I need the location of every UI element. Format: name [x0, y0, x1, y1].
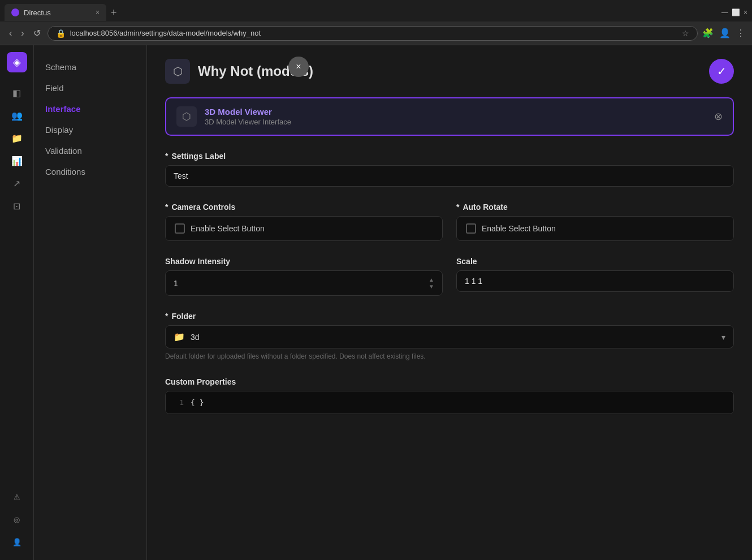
- camera-controls-col: * Camera Controls Enable Select Button: [165, 203, 443, 241]
- maximize-btn[interactable]: ⬜: [732, 8, 740, 16]
- sidebar-item-report-bug[interactable]: ⚠: [7, 486, 27, 507]
- scale-text: Scale: [456, 257, 477, 266]
- confirm-button[interactable]: ✓: [709, 59, 734, 84]
- address-bar[interactable]: 🔒 localhost:8056/admin/settings/data-mod…: [47, 26, 698, 41]
- bookmark-icon: ☆: [682, 29, 689, 38]
- modal-nav-schema[interactable]: Schema: [34, 57, 146, 77]
- scale-col: Scale 1 1 1: [456, 257, 734, 296]
- folder-hint-text: Default folder for uploaded files withou…: [165, 352, 734, 361]
- lock-icon: 🔒: [56, 29, 66, 38]
- scale-value: 1 1 1: [465, 277, 482, 286]
- scale-input[interactable]: 1 1 1: [456, 270, 734, 292]
- tab-close-btn[interactable]: ×: [96, 8, 100, 16]
- field-label: Field: [45, 83, 64, 93]
- code-line-number: 1: [172, 398, 184, 407]
- sidebar-item-user-avatar[interactable]: 👤: [7, 532, 27, 552]
- modal-nav: Schema Field Interface Display Validatio…: [34, 45, 147, 560]
- modal-nav-interface[interactable]: Interface: [34, 98, 146, 119]
- window-close-btn[interactable]: ×: [744, 8, 747, 16]
- browser-nav-icons: 🧩 👤 ⋮: [702, 28, 745, 38]
- required-asterisk: *: [165, 152, 168, 161]
- interface-card-remove-btn[interactable]: ⊗: [714, 110, 723, 123]
- arrow-down-icon[interactable]: ▼: [429, 283, 434, 290]
- required-asterisk-folder: *: [165, 312, 168, 321]
- required-asterisk-camera: *: [165, 203, 168, 212]
- sidebar-item-insights[interactable]: 📊: [7, 150, 27, 171]
- sidebar-item-content[interactable]: ◧: [7, 83, 27, 103]
- settings-label-text: Settings Label: [171, 152, 226, 161]
- browser-tab[interactable]: Directus ×: [5, 4, 106, 21]
- url-text: localhost:8056/admin/settings/data-model…: [70, 29, 677, 37]
- interface-card-text: 3D Model Viewer 3D Model Viewer Interfac…: [205, 107, 706, 126]
- camera-checkbox-label: Enable Select Button: [191, 224, 265, 233]
- auto-rotate-checkbox[interactable]: Enable Select Button: [456, 216, 734, 241]
- reload-btn[interactable]: ↺: [31, 25, 43, 41]
- camera-checkbox-box: [175, 223, 185, 234]
- shadow-intensity-input[interactable]: 1 ▲ ▼: [165, 270, 443, 296]
- checkmark-icon: ✓: [717, 64, 727, 78]
- arrow-up-icon[interactable]: ▲: [429, 277, 434, 283]
- display-label: Display: [45, 125, 73, 135]
- shadow-intensity-label: Shadow Intensity: [165, 257, 443, 266]
- two-col-shadow-scale: Shadow Intensity 1 ▲ ▼ Scale: [165, 257, 734, 296]
- interface-card-title: 3D Model Viewer: [205, 107, 706, 117]
- modal-nav-conditions[interactable]: Conditions: [34, 161, 146, 182]
- camera-controls-text: Camera Controls: [171, 203, 235, 212]
- folder-select[interactable]: 📁 3d ▾: [165, 325, 734, 348]
- folder-section: * Folder 📁 3d ▾ Default folder for uploa…: [165, 312, 734, 361]
- folder-icon: 📁: [174, 331, 185, 342]
- camera-controls-checkbox[interactable]: Enable Select Button: [165, 216, 443, 241]
- conditions-label: Conditions: [45, 167, 85, 176]
- window-controls: — ⬜ ×: [721, 8, 747, 16]
- extensions-icon[interactable]: 🧩: [702, 28, 714, 38]
- folder-label-text: Folder: [171, 312, 196, 321]
- chevron-down-icon: ▾: [721, 333, 725, 342]
- forward-btn[interactable]: ›: [19, 26, 26, 41]
- spinner-arrows: ▲ ▼: [429, 277, 434, 290]
- modal-nav-display[interactable]: Display: [34, 119, 146, 140]
- sidebar-item-request-feature[interactable]: ◎: [7, 509, 27, 529]
- custom-properties-label: Custom Properties: [165, 377, 734, 386]
- settings-label-field-label: * Settings Label: [165, 152, 734, 161]
- code-editor[interactable]: 1 { }: [165, 391, 734, 414]
- auto-rotate-checkbox-label: Enable Select Button: [482, 224, 556, 233]
- new-tab-btn[interactable]: +: [106, 7, 122, 19]
- sidebar-item-webhooks[interactable]: ↗: [7, 173, 27, 193]
- modal-nav-field[interactable]: Field: [34, 77, 146, 98]
- sidebar-item-flows[interactable]: ⊡: [7, 196, 27, 216]
- menu-icon[interactable]: ⋮: [736, 28, 745, 38]
- tab-title: Directus: [24, 8, 51, 17]
- scale-label: Scale: [456, 257, 734, 266]
- interface-card-icon: ⬡: [176, 106, 197, 127]
- minimize-btn[interactable]: —: [721, 8, 728, 16]
- camera-controls-label: * Camera Controls: [165, 203, 443, 212]
- settings-label-input[interactable]: [165, 165, 734, 187]
- schema-label: Schema: [45, 62, 76, 72]
- folder-select-value: 3d: [191, 333, 716, 342]
- custom-properties-section: Custom Properties 1 { }: [165, 377, 734, 414]
- browser-chrome: Directus × + — ⬜ × ‹ › ↺ 🔒 localhost:805…: [0, 0, 752, 45]
- settings-label-section: * Settings Label: [165, 152, 734, 187]
- nav-bar: ‹ › ↺ 🔒 localhost:8056/admin/settings/da…: [0, 21, 752, 45]
- modal-overlay: × Schema Field Interface Display Validat…: [34, 45, 752, 560]
- tab-favicon: [11, 8, 19, 16]
- modal-nav-validation[interactable]: Validation: [34, 140, 146, 161]
- sidebar-item-files[interactable]: 📁: [7, 128, 27, 148]
- shadow-intensity-text: Shadow Intensity: [165, 257, 230, 266]
- shadow-intensity-value: 1: [174, 279, 178, 288]
- auto-rotate-checkbox-box: [466, 223, 476, 234]
- modal-close-button[interactable]: ×: [288, 57, 309, 77]
- close-icon: ×: [296, 62, 301, 72]
- remove-icon: ⊗: [714, 111, 723, 122]
- required-asterisk-auto: *: [456, 203, 459, 212]
- back-btn[interactable]: ‹: [7, 26, 14, 41]
- profile-icon[interactable]: 👤: [719, 28, 731, 38]
- sidebar-logo: ◈: [7, 52, 27, 72]
- tab-bar: Directus × + — ⬜ ×: [0, 0, 752, 21]
- interface-card: ⬡ 3D Model Viewer 3D Model Viewer Interf…: [165, 97, 734, 136]
- code-content: { }: [191, 398, 204, 407]
- modal-header-icon: ⬡: [165, 59, 190, 84]
- modal-content: ⬡ Why Not (models) ✓ ⬡ 3D Model Viewer 3…: [147, 45, 752, 560]
- sidebar-item-users[interactable]: 👥: [7, 105, 27, 126]
- custom-properties-text: Custom Properties: [165, 377, 236, 386]
